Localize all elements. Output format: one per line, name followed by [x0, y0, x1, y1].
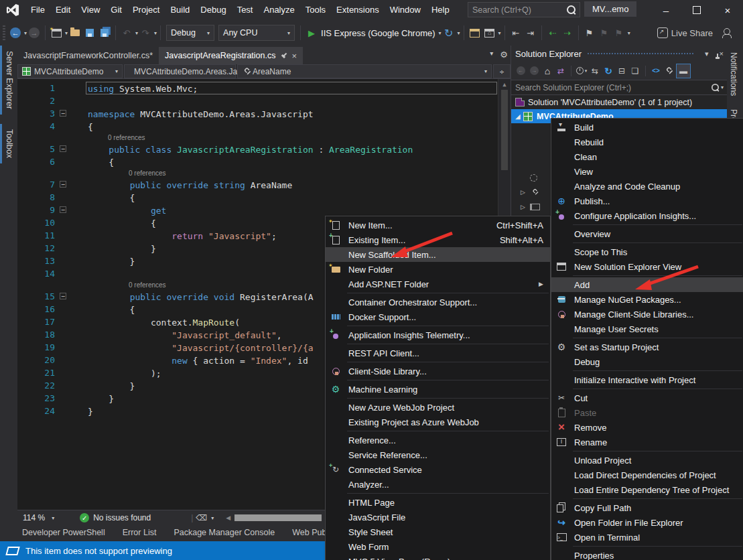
home-dropdown-icon[interactable]: ▾: [498, 30, 501, 36]
fold-collapse-icon[interactable]: [59, 107, 70, 120]
platform-select[interactable]: Any CPU▾: [218, 25, 295, 41]
menu-item-initialize-interactive-with-project[interactable]: Initialize Interactive with Project: [551, 372, 743, 387]
menu-item-open-in-terminal[interactable]: Open in Terminal: [551, 530, 743, 545]
menu-item-analyzer[interactable]: Analyzer...: [326, 477, 550, 492]
home-page-button[interactable]: ⌂: [483, 25, 496, 41]
bottom-tab-developer-powershell[interactable]: Developer PowerShell: [22, 528, 105, 537]
configuration-select[interactable]: Debug▾: [166, 25, 214, 41]
menu-item-add-asp-net-folder[interactable]: Add ASP.NET Folder▶: [326, 277, 550, 291]
menu-item-application-insights-telemetry[interactable]: Application Insights Telemetry...: [326, 328, 550, 342]
menu-item-rename[interactable]: RenameF2: [551, 435, 743, 449]
menu-item-service-reference[interactable]: Service Reference...: [326, 447, 550, 462]
menu-item-unload-project[interactable]: Unload Project: [551, 453, 743, 468]
undo-button[interactable]: ↶: [120, 25, 133, 41]
fold-collapse-icon[interactable]: [59, 178, 70, 191]
menubar-item-window[interactable]: Window: [385, 0, 426, 20]
menu-item-rebuild[interactable]: Rebuild: [551, 135, 743, 149]
cleanup-dropdown-icon[interactable]: ▾: [211, 515, 214, 521]
back-dropdown-icon[interactable]: ▾: [24, 30, 27, 36]
switch-views-icon[interactable]: ⇄: [554, 64, 567, 78]
se-refresh-icon[interactable]: ↻: [602, 64, 615, 78]
expander-collapsed-icon[interactable]: ▷: [521, 189, 527, 196]
open-file-button[interactable]: [68, 25, 82, 41]
codelens-references[interactable]: 0 references: [17, 133, 511, 143]
menubar-item-project[interactable]: Project: [127, 0, 165, 20]
preview-selected-toggle-icon[interactable]: ▬: [676, 64, 691, 78]
maximize-button[interactable]: [681, 0, 712, 20]
menu-item-existing-project-as-azure-webjob[interactable]: Existing Project as Azure WebJob: [326, 415, 550, 429]
menubar-item-git[interactable]: Git: [105, 0, 127, 20]
tree-row-solution[interactable]: Solution 'MVCAttributeDemo' (1 of 1 proj…: [511, 95, 728, 109]
save-button[interactable]: [83, 25, 96, 41]
window-position-dropdown-icon[interactable]: ▾: [705, 50, 709, 58]
expander-expanded-icon[interactable]: ◢: [514, 113, 522, 120]
toolbar-drag-handle[interactable]: [3, 25, 5, 40]
bookmark-button[interactable]: ⚑: [583, 25, 596, 41]
menu-item-container-orchestrator-support[interactable]: Container Orchestrator Support...: [326, 295, 550, 309]
minimize-button[interactable]: –: [651, 0, 681, 20]
redo-button[interactable]: ↷: [139, 25, 152, 41]
menu-item-set-as-startup-project[interactable]: ⚙Set as Startup Project: [551, 340, 743, 354]
menu-item-javascript-file[interactable]: JavaScript File: [326, 510, 550, 524]
menu-item-build[interactable]: Build: [551, 120, 743, 135]
menu-item-view[interactable]: View: [551, 164, 743, 179]
se-forward-icon[interactable]: →: [527, 64, 541, 78]
menu-item-load-direct-dependencies-of-project[interactable]: Load Direct Dependencies of Project: [551, 468, 743, 482]
menubar-item-file[interactable]: File: [25, 0, 50, 20]
menu-item-style-sheet[interactable]: Style Sheet: [326, 524, 550, 539]
menubar-item-extensions[interactable]: Extensions: [331, 0, 385, 20]
menu-item-properties[interactable]: PropertiesAl: [551, 548, 743, 560]
document-tab-javascriptframeworkcontroller-cs[interactable]: JavascriptFrameworkController.cs*: [17, 47, 159, 64]
menubar-item-view[interactable]: View: [76, 0, 105, 20]
menu-item-open-folder-in-file-explorer[interactable]: ↪Open Folder in File Explorer: [551, 515, 743, 530]
code-line-8[interactable]: 8 {: [17, 191, 511, 204]
sync-with-active-document-icon[interactable]: ⇆: [588, 64, 602, 78]
start-debug-button[interactable]: ▶: [305, 25, 318, 41]
menu-item-docker-support[interactable]: Docker Support...: [326, 309, 550, 324]
bookmark-dropdown-icon[interactable]: ▾: [628, 30, 630, 36]
properties-wrench-icon[interactable]: [663, 64, 676, 78]
scrollbar-thumb[interactable]: [501, 90, 508, 170]
menu-item-analyze-and-code-cleanup[interactable]: Analyze and Code Cleanup: [551, 179, 743, 194]
se-search-dropdown-icon[interactable]: ▾: [721, 84, 724, 90]
code-line-3[interactable]: 3namespace MVCAttributeDemo.Areas.Javasc…: [17, 107, 511, 120]
breadcrumb-member[interactable]: AreaName▾: [237, 64, 492, 78]
solution-explorer-search[interactable]: Search Solution Explorer (Ctrl+;) ▾: [511, 80, 728, 95]
new-project-button[interactable]: ✶: [50, 25, 63, 41]
feedback-button[interactable]: [720, 25, 734, 41]
navigate-forward-code-icon[interactable]: ⇥: [524, 25, 537, 41]
scroll-left-icon[interactable]: ◀: [226, 514, 230, 521]
run-target-label[interactable]: IIS Express (Google Chrome): [321, 28, 435, 38]
refresh-button[interactable]: ↻: [442, 25, 456, 41]
menu-item-new-scaffolded-item[interactable]: New Scaffolded Item...: [326, 247, 550, 262]
menubar-item-edit[interactable]: Edit: [50, 0, 76, 20]
close-panel-icon[interactable]: ×: [720, 50, 724, 58]
menu-item-overview[interactable]: Overview: [551, 226, 743, 241]
bottom-tab-error-list[interactable]: Error List: [123, 528, 157, 537]
decrease-indent-icon[interactable]: ⇠: [546, 25, 559, 41]
menu-item-machine-learning[interactable]: ⚙Machine Learning: [326, 382, 550, 397]
code-cleanup-broom-icon[interactable]: ⌫: [196, 513, 207, 522]
fold-collapse-icon[interactable]: [59, 204, 70, 216]
undo-dropdown-icon[interactable]: ▾: [135, 30, 138, 36]
menu-item-remove[interactable]: ×RemoveDe: [551, 420, 743, 435]
menu-item-manage-user-secrets[interactable]: Manage User Secrets: [551, 322, 743, 336]
panel-drag-grip[interactable]: [587, 52, 694, 56]
issues-status-label[interactable]: No issues found: [93, 513, 151, 522]
menu-item-debug[interactable]: Debug: [551, 354, 743, 369]
navigate-backward-code-icon[interactable]: ⇤: [509, 25, 523, 41]
show-all-files-icon[interactable]: <>: [649, 64, 663, 78]
breadcrumb-type[interactable]: MVCAttributeDemo.Areas.Javascript..▾: [124, 64, 236, 78]
live-share-button[interactable]: Live Share: [657, 25, 713, 41]
menu-item-reference[interactable]: Reference...: [326, 433, 550, 447]
menubar-item-build[interactable]: Build: [165, 0, 195, 20]
se-back-icon[interactable]: ←: [514, 64, 527, 78]
se-home-icon[interactable]: ⌂: [541, 64, 554, 78]
menu-item-cut[interactable]: ✂CutCt: [551, 391, 743, 405]
tree-row-partial[interactable]: ▷: [511, 185, 551, 200]
menu-item-rest-api-client[interactable]: REST API Client...: [326, 346, 550, 360]
code-line-6[interactable]: 6 {: [17, 155, 511, 168]
menubar-item-test[interactable]: Test: [232, 0, 259, 20]
menu-item-existing-item[interactable]: Existing Item...Shift+Alt+A: [326, 232, 550, 247]
menu-item-add[interactable]: Add: [551, 277, 743, 292]
